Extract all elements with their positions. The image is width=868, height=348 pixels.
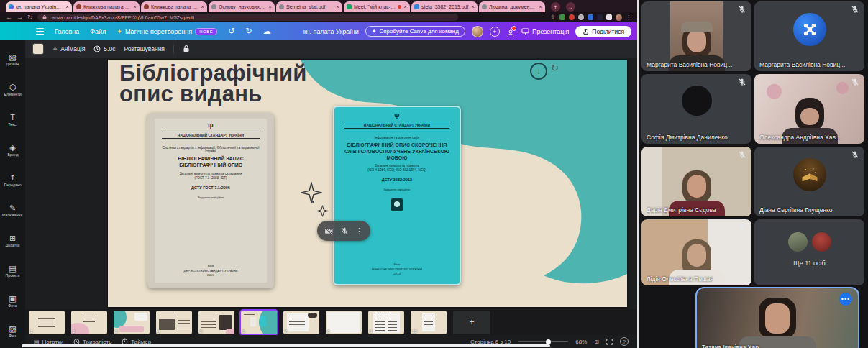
meet-tile-more-people[interactable]: Ще 11 осіб xyxy=(754,219,864,285)
meet-tile-participant[interactable]: Маргарита Василівна Новиц... xyxy=(641,1,751,71)
sidebar-item-photos[interactable]: ▣Фото xyxy=(0,286,25,316)
sidebar-item-brand[interactable]: ◈Бренд xyxy=(0,135,25,165)
slide-thumbnail-9[interactable]: 9 xyxy=(368,311,404,334)
slide-thumbnail-2[interactable]: 2 xyxy=(71,311,107,334)
sidebar-item-background[interactable]: ▨Фон xyxy=(0,316,25,347)
slide-thumbnail-8[interactable]: 8 xyxy=(326,311,362,334)
menu-file[interactable]: Файл xyxy=(90,28,106,35)
sidebar-item-uploads[interactable]: ↥Передано xyxy=(0,165,25,196)
slide-thumbnail-10[interactable]: 10 xyxy=(411,311,447,334)
rotate-icon: ↻ xyxy=(551,63,559,73)
slide-title[interactable]: Бібліографічний опис видань xyxy=(119,63,307,104)
new-badge: НОВЕ xyxy=(195,28,217,35)
redo-icon[interactable]: ↻ xyxy=(245,27,252,35)
hamburger-menu-icon[interactable] xyxy=(36,28,44,35)
tab-close-icon[interactable]: × xyxy=(65,4,69,10)
browser-tab-meet[interactable]: Meet: "мій клас-гру..." × xyxy=(344,1,410,12)
tab-close-icon[interactable]: × xyxy=(201,4,204,10)
try-canva-teams-button[interactable]: ✦ Спробуйте Canva для команд xyxy=(365,26,465,37)
share-icon xyxy=(583,28,589,35)
tab-close-icon[interactable]: × xyxy=(403,4,407,10)
extension-icon[interactable] xyxy=(578,14,584,20)
meet-tile-participant[interactable]: Маргарита Василівна Новиц... xyxy=(754,1,864,71)
back-icon[interactable]: ← xyxy=(6,14,12,21)
sidebar-item-apps[interactable]: ⊞Додатки xyxy=(0,226,25,256)
reload-icon[interactable]: ↻ xyxy=(27,14,33,21)
presentation-button[interactable]: Презентація xyxy=(521,28,569,35)
new-tab-button[interactable]: + xyxy=(551,2,560,12)
undo-icon[interactable]: ↺ xyxy=(228,27,234,35)
meet-tile-participant[interactable]: Лідія Олексіївна Пешая xyxy=(641,219,751,285)
tab-search-button[interactable]: ⌄ xyxy=(566,2,575,12)
fullscreen-icon[interactable] xyxy=(606,339,613,345)
meet-self-view[interactable]: ••• Тетяна Іванівна Хар... xyxy=(695,287,859,348)
meet-tile-participant[interactable]: Софія Дмитрівна Даниленко xyxy=(641,74,751,144)
book-cover-dstu-3582[interactable]: Ψ НАЦІОНАЛЬНИЙ СТАНДАРТ УКРАЇНИ Інформац… xyxy=(333,106,461,285)
slide-thumbnail-5[interactable]: 5 xyxy=(198,311,234,334)
browser-tab-canva[interactable]: кн. палата України – Пре... × xyxy=(6,1,72,12)
mic-off-icon xyxy=(738,223,746,232)
address-bar[interactable]: canva.com/design/DAFx3znza8/PFEIXgVL6am5… xyxy=(37,14,458,21)
tab-close-icon[interactable]: × xyxy=(268,4,272,10)
extension-icon[interactable] xyxy=(597,14,603,20)
add-page-button[interactable]: + xyxy=(453,311,490,334)
sidebar-item-design[interactable]: ▧Дизайн xyxy=(0,45,25,75)
help-button[interactable]: ? xyxy=(620,337,629,346)
slide-thumbnail-7[interactable]: 7 xyxy=(283,311,319,334)
browser-tab[interactable]: Основу_наукових_дослід... × xyxy=(209,1,275,12)
design-title[interactable]: кн. палата України xyxy=(303,28,359,35)
slide-thumbnail-4[interactable]: 4 xyxy=(156,311,192,334)
slide-thumbnail-6-selected[interactable]: 6 xyxy=(241,311,277,334)
add-member-button[interactable]: + xyxy=(490,27,500,37)
browser-tab[interactable]: Книжкова палата України × xyxy=(73,1,140,12)
slide-page[interactable]: Бібліографічний опис видань ↓ ↻ Ψ НАЦІОН… xyxy=(108,60,627,307)
browser-tab[interactable]: stela_3582_2013.pdf × xyxy=(411,1,478,12)
book-subtitle: Загальні вимоги та правила складання xyxy=(159,172,262,175)
extension-icon[interactable] xyxy=(569,14,575,20)
book-cover-dstu-7-1[interactable]: Ψ НАЦІОНАЛЬНИЙ СТАНДАРТ УКРАЇНИ Система … xyxy=(147,113,274,288)
browser-tab[interactable]: Semeina_stat.pdf × xyxy=(276,1,342,12)
meet-tile-participant[interactable]: Дарія Дмитрівна Сєдова xyxy=(641,147,751,216)
extension-icon[interactable] xyxy=(559,14,565,20)
zoom-slider-handle[interactable] xyxy=(546,339,551,344)
animate-button[interactable]: ✧ Анімація xyxy=(52,45,85,52)
zoom-slider[interactable] xyxy=(518,341,568,342)
zoom-level[interactable]: 68% xyxy=(575,339,587,345)
menu-home[interactable]: Головна xyxy=(55,28,79,35)
tab-close-icon[interactable]: × xyxy=(336,4,339,10)
grid-view-icon[interactable]: ⊞ xyxy=(594,339,599,345)
editor-canvas[interactable]: Бібліографічний опис видань ↓ ↻ Ψ НАЦІОН… xyxy=(25,58,637,309)
extension-icon[interactable] xyxy=(588,14,593,20)
share-button[interactable]: Поділитися xyxy=(575,26,631,37)
position-label: Розташування xyxy=(124,45,165,52)
magic-switch-button[interactable]: ✦ Магічне перетворення НОВЕ xyxy=(117,28,217,35)
profile-avatar[interactable] xyxy=(616,14,622,21)
extension-icon[interactable] xyxy=(606,14,612,20)
browser-tab[interactable]: Людина_докумен_Істор... × xyxy=(479,1,545,12)
sidebar-item-projects[interactable]: ▤Проєкти xyxy=(0,256,25,286)
lock-button[interactable] xyxy=(183,42,190,55)
slide-thumbnail-1[interactable]: 1 xyxy=(29,311,65,334)
activity-icon[interactable] xyxy=(506,27,515,36)
sidebar-item-draw[interactable]: ✎Малювання xyxy=(0,196,25,226)
background-color-swatch[interactable] xyxy=(32,43,44,55)
meet-tile-participant[interactable]: Діана Сергіївна Глущенко xyxy=(754,147,864,216)
slide-thumbnail-3[interactable]: 3 xyxy=(114,311,150,334)
sidebar-item-elements[interactable]: ⬡Елементи xyxy=(0,75,25,105)
self-view-options-button[interactable]: ••• xyxy=(839,293,852,306)
position-button[interactable]: Розташування xyxy=(124,45,165,52)
user-avatar[interactable] xyxy=(472,26,483,37)
forward-icon[interactable]: → xyxy=(17,14,23,21)
browser-menu-icon[interactable]: ⋮ xyxy=(626,14,631,21)
duration-button[interactable]: 5.0с xyxy=(93,45,115,52)
more-options-icon[interactable]: ⋮ xyxy=(355,227,363,235)
sidebar-item-text[interactable]: TТекст xyxy=(0,105,25,135)
share-page-icon[interactable]: ⇪ xyxy=(550,14,556,21)
participant-avatar xyxy=(682,86,712,116)
meet-pip-controls[interactable]: ⋮ xyxy=(317,221,370,241)
tab-close-icon[interactable]: × xyxy=(471,4,475,10)
browser-tab[interactable]: Книжкова палата України × xyxy=(141,1,207,12)
tab-close-icon[interactable]: × xyxy=(539,4,542,10)
tab-close-icon[interactable]: × xyxy=(133,4,137,10)
meet-tile-participant[interactable]: Олександра Андріївна Хав... xyxy=(754,74,864,144)
